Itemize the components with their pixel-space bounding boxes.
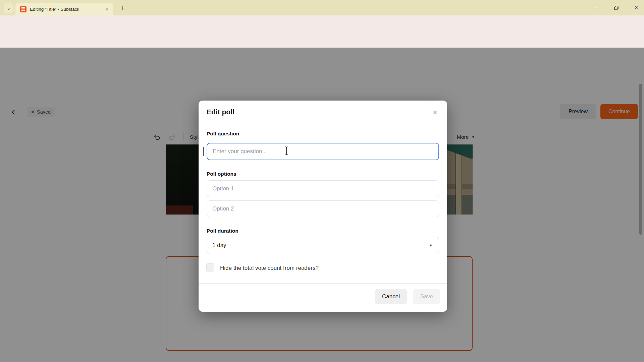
window-close-icon[interactable]: × (632, 3, 641, 12)
poll-option-2-input[interactable] (207, 200, 439, 217)
tab-close-icon[interactable]: × (104, 6, 110, 12)
cancel-button[interactable]: Cancel (375, 289, 407, 304)
tab-title: Editing "Title" - Substack (30, 7, 104, 12)
divider (199, 123, 447, 123)
screen: ⌄ Editing "Title" - Substack × + – × (0, 0, 644, 362)
browser-tab[interactable]: Editing "Title" - Substack × (15, 3, 113, 15)
hide-votes-label[interactable]: Hide the total vote count from readers? (220, 265, 319, 272)
bookmarks-bar (0, 33, 644, 48)
browser-address-bar-row: ← → f327cec3.substack.com/publish/post/1… (0, 15, 644, 33)
substack-favicon-icon (20, 6, 26, 12)
poll-duration-value: 1 day (212, 242, 226, 249)
poll-duration-select[interactable]: 1 day ▼ (207, 237, 439, 254)
poll-option-1-input[interactable] (207, 180, 439, 197)
tab-search-button[interactable]: ⌄ (4, 3, 13, 13)
text-caret (203, 147, 204, 156)
poll-options-label: Poll options (207, 171, 236, 177)
modal-close-icon[interactable]: × (430, 108, 440, 117)
modal-title: Edit poll (207, 108, 234, 116)
caret-down-icon: ▼ (429, 243, 433, 247)
chevron-down-icon: ⌄ (7, 5, 11, 11)
window-restore-icon[interactable] (612, 3, 621, 12)
divider (199, 283, 447, 284)
browser-tab-strip: ⌄ Editing "Title" - Substack × + – × (0, 0, 644, 15)
poll-duration-label: Poll duration (207, 228, 238, 234)
poll-question-input[interactable] (207, 143, 439, 160)
save-button[interactable]: Save (413, 289, 440, 304)
new-tab-button[interactable]: + (118, 3, 127, 13)
window-minimize-icon[interactable]: – (592, 3, 600, 12)
mouse-ibeam-cursor (284, 146, 289, 156)
window-controls: – × (592, 0, 641, 15)
hide-votes-checkbox[interactable] (206, 263, 214, 272)
poll-question-label: Poll question (207, 131, 239, 137)
edit-poll-modal: Edit poll × Poll question Poll options P… (199, 101, 447, 312)
